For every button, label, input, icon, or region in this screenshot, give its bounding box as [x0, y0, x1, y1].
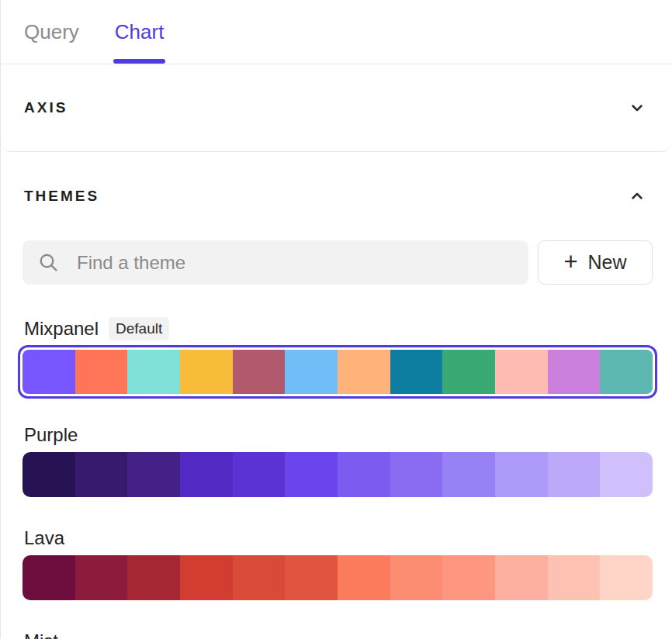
palette-swatch: [495, 555, 548, 600]
palette-swatch: [390, 350, 443, 394]
palette-swatch: [495, 452, 548, 497]
palette-swatch: [285, 555, 338, 600]
theme-default-badge: Default: [109, 317, 169, 340]
theme-label-row: Purple: [24, 423, 653, 447]
theme-name: Lava: [24, 527, 64, 549]
search-icon: [38, 252, 59, 273]
theme-name: Mixpanel: [24, 318, 99, 340]
theme-search-box: [23, 240, 528, 285]
new-theme-button[interactable]: + New: [538, 240, 653, 285]
palette-swatch: [442, 350, 495, 394]
theme-row: Mixpanel Default: [1, 317, 672, 399]
theme-palette-swatches: [23, 350, 653, 394]
theme-name: Mist: [24, 630, 58, 639]
palette-swatch: [390, 555, 443, 600]
theme-list: Mixpanel Default Purple Lava Mist: [1, 317, 672, 639]
palette-swatch: [75, 555, 128, 600]
palette-swatch: [23, 350, 75, 394]
theme-palette-swatches: [23, 452, 653, 497]
tab-chart[interactable]: Chart: [115, 0, 165, 64]
palette-swatch: [338, 452, 390, 497]
palette-swatch: [233, 555, 286, 600]
palette-swatch: [390, 452, 443, 497]
theme-palette[interactable]: [23, 452, 653, 497]
palette-swatch: [233, 350, 286, 394]
themes-section-title: THEMES: [24, 188, 99, 205]
palette-swatch: [548, 555, 601, 600]
palette-swatch: [442, 555, 495, 600]
palette-swatch: [600, 555, 653, 600]
palette-swatch: [180, 555, 233, 600]
themes-section-header[interactable]: THEMES: [1, 152, 672, 225]
theme-row: Mist: [1, 630, 672, 639]
palette-swatch: [75, 350, 128, 394]
palette-swatch: [127, 555, 180, 600]
chevron-up-icon[interactable]: [629, 188, 646, 205]
palette-swatch: [127, 452, 180, 497]
palette-swatch: [180, 350, 233, 394]
chevron-down-icon[interactable]: [629, 99, 646, 116]
theme-palette[interactable]: [23, 555, 653, 600]
theme-palette-swatches: [23, 555, 653, 600]
theme-palette[interactable]: [18, 345, 657, 399]
palette-swatch: [127, 350, 180, 394]
palette-swatch: [23, 555, 75, 600]
palette-swatch: [180, 452, 233, 497]
palette-swatch: [23, 452, 75, 497]
palette-swatch: [233, 452, 286, 497]
palette-swatch: [548, 350, 601, 394]
palette-swatch: [495, 350, 548, 394]
search-input[interactable]: [23, 240, 528, 285]
palette-swatch: [548, 452, 601, 497]
axis-section-title: AXIS: [24, 99, 68, 116]
palette-swatch: [600, 350, 653, 394]
palette-swatch: [600, 452, 653, 497]
palette-swatch: [75, 452, 128, 497]
axis-section-header[interactable]: AXIS: [1, 64, 672, 152]
theme-row: Purple: [1, 423, 672, 497]
theme-label-row: Mist: [24, 630, 653, 639]
theme-label-row: Lava: [24, 527, 653, 550]
new-theme-button-label: New: [588, 251, 627, 274]
palette-swatch: [338, 350, 390, 394]
tab-query[interactable]: Query: [24, 0, 79, 64]
theme-label-row: Mixpanel Default: [24, 317, 653, 340]
theme-row: Lava: [1, 527, 672, 600]
theme-search-row: + New: [23, 240, 653, 285]
palette-swatch: [338, 555, 390, 600]
palette-swatch: [285, 350, 338, 394]
theme-name: Purple: [24, 424, 78, 446]
palette-swatch: [442, 452, 495, 497]
palette-swatch: [285, 452, 338, 497]
plus-icon: +: [563, 250, 577, 274]
tab-bar: Query Chart: [1, 0, 672, 64]
